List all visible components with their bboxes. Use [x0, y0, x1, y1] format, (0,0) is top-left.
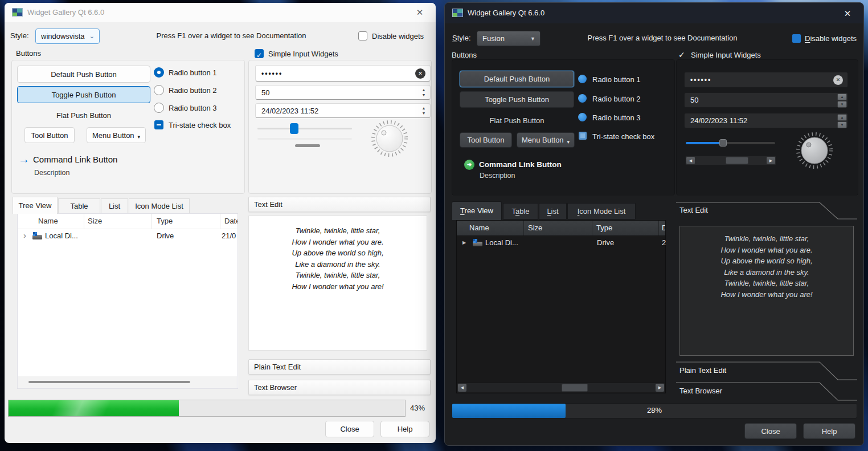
spinbox-stepper[interactable]: ▲ ▼: [419, 86, 428, 99]
tree-header-date[interactable]: Date: [220, 214, 238, 229]
radio-button-3[interactable]: [578, 113, 587, 121]
tree-header-size[interactable]: Size: [524, 221, 592, 235]
spin-up-icon[interactable]: ▲: [837, 114, 847, 121]
tab-tree-view[interactable]: Tree View: [452, 201, 502, 220]
tab-list[interactable]: List: [539, 203, 567, 220]
datetime-edit[interactable]: 24/02/2023 11:52 ▲ ▼: [255, 103, 431, 118]
spin-down-icon[interactable]: ▼: [837, 121, 847, 128]
spinbox[interactable]: 50 ▲ ▼: [255, 85, 431, 100]
slider-handle[interactable]: [290, 123, 298, 134]
close-icon[interactable]: ✕: [412, 6, 428, 19]
toggle-push-button[interactable]: Toggle Push Button: [17, 86, 150, 103]
scroll-left-icon[interactable]: ◀: [686, 157, 695, 164]
tree-header-type[interactable]: Type: [592, 221, 659, 235]
tree-row[interactable]: › Local Di... Drive 21/0: [18, 229, 238, 243]
title-bar[interactable]: Widget Gallery Qt 6.6.0 ✕: [445, 3, 863, 23]
default-push-button[interactable]: Default Push Button: [17, 66, 150, 83]
password-input[interactable]: •••••• ✕: [255, 65, 431, 82]
spin-up-icon[interactable]: ▲: [837, 94, 847, 100]
tab-table[interactable]: Table: [58, 198, 100, 214]
style-combobox[interactable]: Fusion ▼: [477, 31, 541, 46]
close-button[interactable]: Close: [325, 421, 374, 437]
text-edit[interactable]: Twinkle, twinkle, little star, How I won…: [248, 216, 427, 351]
flat-push-button[interactable]: Flat Push Button: [460, 116, 574, 125]
toolbox-plain-text-edit-header[interactable]: Plain Text Edit: [676, 361, 857, 380]
clear-icon[interactable]: ✕: [833, 75, 843, 85]
command-link-button[interactable]: Command Link Button: [479, 160, 562, 169]
scroll-left-icon[interactable]: ◀: [458, 384, 466, 392]
tri-state-checkbox[interactable]: [579, 132, 587, 140]
simple-input-widgets-checkbox[interactable]: ✓: [255, 49, 264, 58]
datetime-stepper[interactable]: ▲ ▼: [837, 114, 847, 127]
toolbox-text-browser-header[interactable]: Text Browser: [248, 380, 431, 395]
tab-table[interactable]: Table: [503, 203, 538, 220]
close-button[interactable]: Close: [744, 423, 797, 439]
branch-expand-icon[interactable]: ▶: [462, 240, 466, 245]
tab-tree-view[interactable]: Tree View: [13, 197, 58, 214]
flat-push-button[interactable]: Flat Push Button: [17, 111, 150, 120]
tool-button[interactable]: Tool Button: [24, 127, 75, 143]
datetime-edit[interactable]: 24/02/2023 11:52 ▲ ▼: [684, 113, 848, 128]
tree-view[interactable]: Name Size Type Date › Local Di... Drive …: [17, 213, 238, 389]
tree-header-date[interactable]: D: [659, 221, 665, 235]
slider[interactable]: [686, 142, 775, 144]
toggle-push-button[interactable]: Toggle Push Button: [460, 91, 574, 108]
tree-header-name[interactable]: Name: [457, 221, 524, 235]
tree-header-size[interactable]: Size: [84, 214, 152, 229]
tree-row[interactable]: ▶ Local Di... Drive 2: [457, 236, 665, 250]
default-push-button[interactable]: Default Push Button: [460, 71, 574, 87]
tab-list[interactable]: List: [101, 198, 128, 214]
tree-header-type[interactable]: Type: [152, 214, 220, 229]
scroll-right-icon[interactable]: ▶: [767, 157, 775, 164]
spinbox-stepper[interactable]: ▲ ▼: [837, 94, 847, 107]
disable-widgets-checkbox[interactable]: [358, 31, 367, 40]
tri-state-checkbox[interactable]: [154, 120, 163, 129]
tree-hscrollbar-thumb[interactable]: [28, 381, 190, 383]
dial[interactable]: [796, 132, 833, 169]
tree-header-name[interactable]: Name: [18, 214, 84, 229]
toolbox-text-edit-header[interactable]: Text Edit: [248, 197, 431, 212]
spin-down-icon[interactable]: ▼: [422, 94, 426, 97]
tool-button[interactable]: Tool Button: [460, 132, 512, 148]
branch-expand-icon[interactable]: ›: [23, 230, 26, 240]
slider[interactable]: [257, 128, 352, 129]
help-button[interactable]: Help: [803, 423, 855, 439]
toolbox-text-browser-header[interactable]: Text Browser: [676, 382, 857, 401]
command-link-button[interactable]: Command Link Button: [33, 155, 117, 164]
menu-button[interactable]: Menu Button ▾: [517, 132, 575, 148]
disable-widgets-checkbox[interactable]: [792, 34, 801, 43]
toolbox-plain-text-edit-header[interactable]: Plain Text Edit: [248, 359, 431, 375]
help-button[interactable]: Help: [380, 421, 429, 437]
tree-view[interactable]: Name Size Type D ▶ Local Di... Drive 2 ◀…: [456, 220, 666, 393]
clear-icon[interactable]: ✕: [415, 68, 425, 79]
text-edit[interactable]: Twinkle, twinkle, little star, How I won…: [679, 226, 854, 356]
style-combobox[interactable]: windowsvista ⌄: [35, 29, 100, 44]
spin-up-icon[interactable]: ▲: [422, 107, 426, 110]
radio-button-2[interactable]: [578, 94, 587, 103]
spin-down-icon[interactable]: ▼: [422, 112, 426, 115]
spin-down-icon[interactable]: ▼: [837, 101, 847, 108]
dial[interactable]: [371, 120, 408, 157]
tree-hscrollbar[interactable]: [18, 376, 237, 388]
datetime-stepper[interactable]: ▲ ▼: [419, 104, 428, 117]
tab-icon-mode-list[interactable]: Icon Mode List: [567, 203, 636, 220]
simple-input-widgets-checkbox[interactable]: ✓: [678, 50, 685, 59]
spin-up-icon[interactable]: ▲: [422, 88, 426, 92]
toolbox-text-edit-header[interactable]: Text Edit: [676, 201, 857, 220]
radio-button-3[interactable]: [154, 103, 164, 113]
scroll-right-icon[interactable]: ▶: [656, 384, 664, 392]
scrollbar[interactable]: ◀ ▶: [685, 156, 776, 165]
scrollbar-groove[interactable]: [257, 138, 352, 140]
menu-button[interactable]: Menu Button ▾: [87, 127, 146, 143]
radio-button-1[interactable]: [578, 75, 587, 83]
slider-handle[interactable]: [719, 139, 727, 147]
password-input[interactable]: •••••• ✕: [684, 72, 848, 88]
tree-hscrollbar[interactable]: ◀ ▶: [457, 383, 665, 392]
title-bar[interactable]: Widget Gallery Qt 6.6.0 ✕: [5, 3, 436, 22]
scrollbar-thumb[interactable]: [295, 144, 320, 147]
radio-button-1[interactable]: [154, 67, 164, 78]
tree-hscrollbar-thumb[interactable]: [562, 384, 588, 392]
close-icon[interactable]: ✕: [840, 7, 855, 20]
tab-icon-mode-list[interactable]: Icon Mode List: [129, 198, 190, 214]
scrollbar-thumb[interactable]: [726, 157, 748, 164]
